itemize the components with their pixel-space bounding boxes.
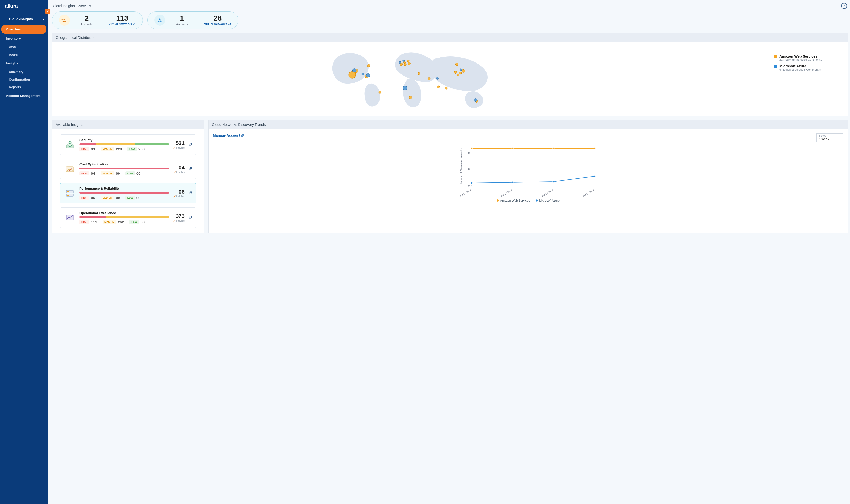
main-content: Cloud Insights: Overview ? aws 2 Account… [48, 0, 850, 504]
nav-item-insights[interactable]: Insights [1, 59, 47, 68]
nav-item-aws[interactable]: AWS [0, 43, 48, 51]
badge-high: HIGH [79, 196, 89, 200]
external-link-icon [241, 134, 244, 137]
nav-item-inventory[interactable]: Inventory [1, 34, 47, 43]
svg-point-5 [5, 19, 6, 20]
svg-rect-51 [68, 195, 69, 196]
open-insight-button[interactable] [189, 143, 192, 147]
accounts-label: Accounts [77, 23, 96, 25]
open-insight-button[interactable] [189, 167, 192, 171]
insight-sublabel: Insights [173, 171, 185, 174]
nav-group-cloud-insights[interactable]: Cloud-Insights ▲ [0, 14, 48, 24]
insight-title: Performance & Reliability [79, 187, 169, 191]
insight-card-security[interactable]: Security HIGH93 MEDIUM228 LOW200 521 Ins… [60, 134, 196, 155]
badge-medium: MEDIUM [103, 220, 116, 224]
chart-legend: Amazon Web ServicesMicrosoft Azure [213, 198, 843, 203]
svg-point-27 [455, 63, 458, 66]
chevron-left-icon: ❮ [47, 10, 49, 13]
svg-text:Apr 16-20:00: Apr 16-20:00 [501, 189, 513, 197]
svg-point-8 [5, 20, 6, 21]
legend-sub: 21 Region(s) across 5 Continent(s) [779, 58, 823, 61]
external-link-icon [133, 23, 136, 25]
insight-card-operational-excellence[interactable]: Operational Excellence HIGH111 MEDIUM262… [60, 208, 196, 228]
insight-bar [79, 192, 169, 194]
summary-card-azure: 1 Accounts 28 Virtual Networks [147, 11, 238, 29]
sidebar-collapse-button[interactable]: ❮ [46, 8, 50, 14]
help-button[interactable]: ? [841, 3, 847, 9]
svg-rect-49 [68, 191, 69, 192]
period-label: Period [819, 134, 840, 137]
svg-text:Apr 15-20:00: Apr 15-20:00 [460, 189, 472, 197]
svg-point-38 [437, 77, 439, 79]
aws-icon: aws [59, 15, 70, 25]
medium-value: 228 [116, 147, 122, 151]
nav-item-account-management[interactable]: Account Management [1, 91, 47, 100]
svg-point-28 [459, 72, 461, 74]
trends-chart: Number of Discovered Networks050100Apr 1… [213, 144, 843, 198]
high-value: 04 [91, 171, 95, 176]
svg-text:Apr 17-20:00: Apr 17-20:00 [542, 189, 554, 197]
insight-sublabel: Insights [173, 146, 185, 149]
svg-point-66 [512, 148, 513, 149]
trends-panel-title: Cloud Networks Discovery Trends [209, 120, 848, 129]
svg-text:50: 50 [467, 168, 470, 170]
svg-point-36 [403, 60, 405, 62]
azure-vnets-link[interactable]: Virtual Networks [204, 22, 231, 26]
svg-text:Number of Discovered Networks: Number of Discovered Networks [460, 148, 463, 183]
drag-icon [3, 17, 7, 21]
insight-icon [64, 139, 75, 150]
svg-text:Apr 18-20:00: Apr 18-20:00 [583, 189, 595, 197]
medium-value: 00 [116, 171, 120, 176]
svg-point-71 [553, 181, 554, 183]
nav-item-summary[interactable]: Summary [0, 68, 48, 76]
external-link-icon [189, 191, 192, 195]
open-insight-button[interactable] [189, 191, 192, 195]
svg-point-21 [418, 72, 420, 75]
badge-low: LOW [125, 171, 135, 176]
nav-item-reports[interactable]: Reports [0, 83, 48, 91]
nav-item-overview[interactable]: Overview [1, 25, 47, 34]
insights-panel-title: Available Insights [52, 120, 204, 129]
svg-text:aws: aws [61, 19, 65, 21]
svg-point-72 [594, 176, 596, 177]
nav-item-azure[interactable]: Azure [0, 51, 48, 58]
chevron-up-icon: ▲ [42, 18, 45, 21]
trends-panel: Cloud Networks Discovery Trends Manage A… [208, 120, 848, 233]
svg-point-65 [471, 148, 473, 149]
nav-item-configuration[interactable]: Configuration [0, 76, 48, 83]
svg-point-11 [349, 72, 356, 78]
insight-total: 373 [173, 213, 185, 219]
svg-point-23 [428, 78, 430, 80]
high-value: 111 [91, 220, 97, 224]
period-select[interactable]: Period 1 week ▾ [816, 133, 843, 142]
svg-point-30 [462, 69, 465, 72]
legend-name: Microsoft Azure [779, 64, 822, 68]
insight-bar [79, 216, 169, 218]
accounts-label: Accounts [172, 23, 192, 25]
azure-accounts-value: 1 [172, 15, 192, 22]
svg-point-53 [72, 215, 73, 216]
insight-card-performance-reliability[interactable]: Performance & Reliability HIGH06 MEDIUM0… [60, 183, 196, 203]
open-insight-button[interactable] [189, 216, 192, 220]
legend-row: Amazon Web Services 21 Region(s) across … [774, 54, 843, 61]
svg-point-1 [4, 18, 5, 19]
aws-vnets-value: 113 [109, 15, 136, 22]
world-map[interactable] [57, 44, 769, 113]
insight-icon [64, 163, 75, 175]
chart-legend-item: Microsoft Azure [536, 199, 560, 202]
chevron-down-icon: ▾ [839, 138, 840, 140]
insight-title: Operational Excellence [79, 211, 169, 215]
page-title: Cloud Insights: Overview [53, 4, 91, 8]
wand-icon [173, 171, 176, 174]
badge-low: LOW [125, 196, 135, 200]
insight-card-cost-optimization[interactable]: Cost Optimization HIGH04 MEDIUM00 LOW00 … [60, 159, 196, 179]
topbar: Cloud Insights: Overview ? [52, 2, 848, 11]
svg-point-24 [437, 86, 440, 88]
aws-vnets-link[interactable]: Virtual Networks [109, 22, 136, 26]
svg-text:100: 100 [465, 151, 470, 154]
svg-point-14 [367, 65, 370, 67]
insight-total: 521 [173, 140, 185, 146]
manage-account-link[interactable]: Manage Account [213, 133, 244, 137]
wand-icon [173, 195, 176, 198]
svg-point-4 [4, 19, 5, 20]
